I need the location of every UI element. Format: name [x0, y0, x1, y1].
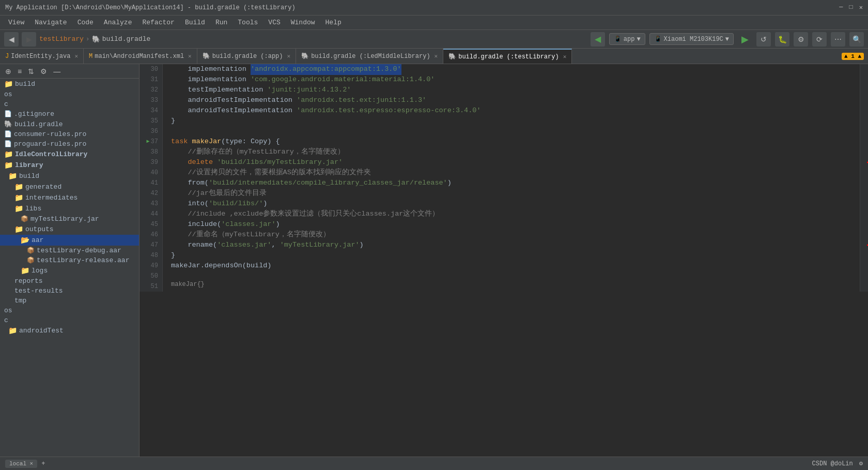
sidebar-filter-btn[interactable]: ⇅ [26, 66, 36, 77]
debug-button[interactable]: 🐛 [775, 32, 789, 47]
device-icon: 📱 [654, 35, 662, 43]
status-settings-icon[interactable]: ⚙ [859, 460, 863, 467]
menu-build[interactable]: Build [181, 18, 209, 27]
code-line-39: delete 'build/libs/myTestLibrary.jar' [171, 157, 851, 168]
tree-item-mytestlibjar[interactable]: 📦 myTestLibrary.jar [0, 214, 139, 224]
tree-item-tmp[interactable]: tmp [0, 296, 139, 306]
nav-back-button[interactable]: ◀ [4, 32, 19, 47]
sidebar-settings-btn[interactable]: ⚙ [38, 66, 49, 77]
tree-jar-label: myTestLibrary.jar [30, 215, 99, 223]
code-line-41: from('build/intermediates/compile_librar… [171, 178, 851, 188]
tab-gradle-test[interactable]: 🐘 build.gradle (:testLibrary) ✕ [443, 49, 572, 64]
tree-item-reports[interactable]: reports [0, 276, 139, 286]
tree-item-logs[interactable]: 📁 logs [0, 265, 139, 276]
tree-item-os2[interactable]: os [0, 306, 139, 315]
editor[interactable]: 30 31 32 33 34 35 36 ▶37 38 39 40 41 42 … [140, 64, 868, 457]
menu-refactor[interactable]: Refactor [138, 18, 178, 27]
code-line-44: //include ,exclude参数来设置过滤（我们只关心classes.j… [171, 209, 851, 219]
menu-run[interactable]: Run [211, 18, 231, 27]
menu-analyze[interactable]: Analyze [100, 18, 136, 27]
tree-item-debug-aar[interactable]: 📦 testLibrary-debug.aar [0, 246, 139, 255]
tree-item-idlecontrol[interactable]: 📁 IdleControlLibrary [0, 149, 139, 160]
reload-button[interactable]: ↺ [756, 32, 771, 47]
nav-forward-button[interactable]: ▶ [22, 32, 36, 47]
tab-manifest-icon: M [89, 53, 92, 60]
tree-item-androidtest[interactable]: 📁 androidTest [0, 325, 139, 336]
maximize-button[interactable]: □ [849, 4, 853, 11]
tab-idententity-close[interactable]: ✕ [74, 53, 78, 59]
tree-item-c2[interactable]: c [0, 315, 139, 325]
tab-manifest[interactable]: M main\AndroidManifest.xml ✕ [84, 49, 197, 64]
code-line-40: //设置拷贝的文件，需要根据AS的版本找到响应的文件夹 [171, 168, 851, 178]
code-line-48: } [171, 250, 851, 261]
tree-item-libs[interactable]: 📁 libs [0, 203, 139, 214]
sidebar-refresh-btn[interactable]: ⊕ [3, 66, 13, 77]
tree-item-build2[interactable]: 📁 build [0, 171, 139, 181]
menu-help[interactable]: Help [321, 18, 346, 27]
tree-item-c1[interactable]: c [0, 99, 139, 109]
close-button[interactable]: ✕ [859, 4, 863, 11]
menu-navigate[interactable]: Navigate [30, 18, 71, 27]
tree-item-build-top[interactable]: 📁 build [0, 79, 139, 89]
menu-code[interactable]: Code [73, 18, 98, 27]
tree-item-gitignore[interactable]: 📄 .gitignore [0, 109, 139, 119]
status-add-tab[interactable]: + [41, 460, 45, 467]
tree-c1-label: c [4, 100, 8, 108]
status-bar: local × + CSDN @doLin ⚙ [0, 457, 868, 470]
sidebar-collapse-btn[interactable]: ≡ [16, 66, 24, 77]
app-selector[interactable]: 📱 app ▼ [609, 33, 645, 45]
code-line-31: implementation 'com.google.android.mater… [171, 74, 851, 85]
run-button[interactable]: ▶ [738, 32, 752, 47]
menu-tools[interactable]: Tools [234, 18, 262, 27]
tree-item-os1[interactable]: os [0, 89, 139, 99]
device-selector[interactable]: 📱 Xiaomi M2103K19C ▼ [649, 33, 734, 45]
tab-gradle-test-label: build.gradle (:testLibrary) [458, 53, 559, 60]
tree-item-generated[interactable]: 📁 generated [0, 181, 139, 192]
menu-vcs[interactable]: VCS [264, 18, 284, 27]
tab-gradle-led[interactable]: 🐘 build.gradle (:LedMiddleLibrary) ✕ [296, 49, 443, 64]
tree-item-intermediates[interactable]: 📁 intermediates [0, 192, 139, 203]
device-dropdown-icon: ▼ [725, 36, 729, 43]
tab-manifest-close[interactable]: ✕ [188, 53, 192, 59]
tree-aar-folder-icon: 📂 [21, 236, 29, 245]
sync-button[interactable]: ⟳ [812, 32, 827, 47]
code-line-42: //jar包最后的文件目录 [171, 188, 851, 199]
tree-item-release-aar[interactable]: 📦 testLibrary-release.aar [0, 255, 139, 265]
tab-gradle-app-icon: 🐘 [203, 52, 210, 60]
tab-gradle-app-close[interactable]: ✕ [287, 53, 291, 59]
tree-item-proguard[interactable]: 📄 proguard-rules.pro [0, 139, 139, 149]
breadcrumb-file[interactable]: build.gradle [102, 35, 151, 43]
tree-buildgradle-icon: 🐘 [4, 120, 12, 128]
nav-bar: ◀ ▶ testLibrary › 🐘 build.gradle ◀ 📱 app… [0, 30, 868, 49]
search-button[interactable]: 🔍 [849, 32, 864, 47]
tree-item-consumer[interactable]: 📄 consumer-rules.pro [0, 129, 139, 139]
tree-item-test-results[interactable]: test-results [0, 286, 139, 296]
tree-logs-label: logs [32, 267, 48, 275]
sidebar-hide-btn[interactable]: — [51, 66, 63, 77]
tab-gradle-led-close[interactable]: ✕ [435, 53, 438, 59]
nav-arrow-left[interactable]: ◀ [591, 32, 605, 47]
menu-window[interactable]: Window [287, 18, 319, 27]
code-line-37: task makeJar(type: Copy) { [171, 137, 851, 147]
tree-aar-label: aar [32, 236, 43, 244]
tab-gradle-app[interactable]: 🐘 build.gradle (:app) ✕ [197, 49, 296, 64]
title-text: My Application [D:\Android\Demo\MyApplic… [5, 4, 296, 11]
tree-item-library[interactable]: 📁 library [0, 160, 139, 171]
tree-buildgradle-label: build.gradle [14, 120, 63, 128]
build-variants-button[interactable]: ⚙ [794, 32, 808, 47]
tab-gradle-led-label: build.gradle (:LedMiddleLibrary) [311, 53, 430, 60]
minimize-button[interactable]: — [839, 4, 843, 11]
menu-view[interactable]: View [4, 18, 28, 27]
tree-library-label: library [15, 161, 43, 169]
menu-bar: View Navigate Code Analyze Refactor Buil… [0, 16, 868, 30]
sidebar-toolbar: ⊕ ≡ ⇅ ⚙ — [0, 64, 139, 79]
tree-item-aar[interactable]: 📂 aar [0, 235, 139, 246]
breadcrumb-library[interactable]: testLibrary [39, 35, 84, 43]
tree-item-buildgradle[interactable]: 🐘 build.gradle [0, 119, 139, 129]
tab-idententity[interactable]: J IdentEntity.java ✕ [0, 49, 84, 64]
breadcrumb-separator: › [86, 35, 90, 43]
tree-item-outputs[interactable]: 📁 outputs [0, 224, 139, 235]
more-button[interactable]: ⋯ [831, 32, 845, 47]
status-tab-label[interactable]: local × [5, 460, 37, 468]
tab-gradle-test-close[interactable]: ✕ [563, 53, 567, 60]
